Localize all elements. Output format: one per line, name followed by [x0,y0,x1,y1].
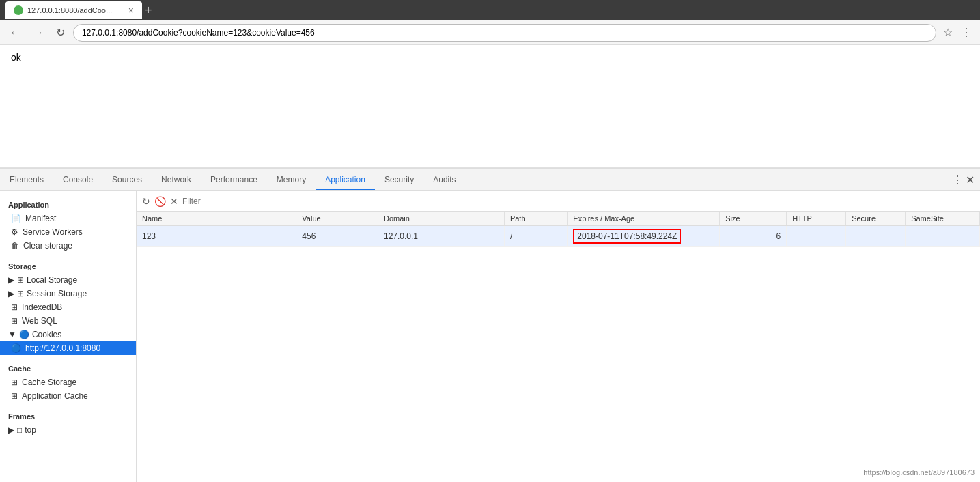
service-workers-icon: ⚙ [11,227,18,237]
sidebar-item-indexed-db[interactable]: ⊞ IndexedDB [0,300,136,314]
col-header-value: Value [296,212,378,226]
expand-icon: ▶ [8,275,14,285]
indexed-db-icon: ⊞ [11,302,18,312]
devtools-tabs: Elements Console Sources Network Perform… [0,169,466,190]
cell-value: 456 [296,226,378,247]
sidebar-item-web-sql[interactable]: ⊞ Web SQL [0,314,136,328]
sidebar: Application 📄 Manifest ⚙ Service Workers… [0,191,137,482]
session-storage-icon: ⊞ [17,289,24,298]
local-storage-icon: ⊞ [17,275,24,285]
cell-secure [846,226,906,247]
cookie-url-icon: 🔵 [11,343,21,353]
cell-name: 123 [137,226,296,247]
refresh-button[interactable]: ↻ [52,23,69,42]
cache-storage-icon: ⊞ [11,378,18,387]
sidebar-item-cache-storage[interactable]: ⊞ Cache Storage [0,375,136,389]
expires-highlight: 2018-07-11T07:58:49.224Z [573,229,681,244]
sidebar-group-frames[interactable]: ▶ □ top [0,423,136,437]
cell-size: 6 [720,226,787,247]
sidebar-group-local-storage[interactable]: ▶ ⊞ Local Storage [0,273,136,287]
col-header-name: Name [137,212,296,226]
filter-input[interactable] [182,197,975,206]
tab-sources[interactable]: Sources [102,169,152,190]
menu-icon[interactable]: ⋮ [958,25,975,40]
sidebar-item-service-workers[interactable]: ⚙ Service Workers [0,225,136,239]
col-header-http: HTTP [787,212,846,226]
devtools-toolbar: Elements Console Sources Network Perform… [0,169,980,191]
tab-security[interactable]: Security [375,169,423,190]
col-header-secure: Secure [846,212,906,226]
col-header-domain: Domain [378,212,504,226]
sidebar-item-application-cache[interactable]: ⊞ Application Cache [0,389,136,403]
watermark: https://blog.csdn.net/a897180673 [863,468,975,477]
forward-button[interactable]: → [29,24,48,42]
col-header-path: Path [504,212,567,226]
sidebar-item-clear-storage[interactable]: 🗑 Clear storage [0,239,136,253]
tab-performance[interactable]: Performance [201,169,267,190]
cell-expires: 2018-07-11T07:58:49.224Z [568,226,720,247]
cell-domain: 127.0.0.1 [378,226,504,247]
tab-memory[interactable]: Memory [267,169,316,190]
nav-icons: ☆ ⋮ [940,25,975,40]
frame-expand-icon: ▶ [8,425,14,435]
back-button[interactable]: ← [5,24,25,42]
cell-http [787,226,846,247]
cell-samesite [906,226,980,247]
page-content: ok [0,45,980,168]
tab-audits[interactable]: Audits [423,169,465,190]
table-row[interactable]: 123 456 127.0.0.1 / 2018-07-11T07:58:49.… [137,226,980,247]
manifest-icon: 📄 [11,214,21,223]
sidebar-section-application: Application [0,197,136,212]
bookmark-icon[interactable]: ☆ [940,25,955,40]
cell-path: / [504,226,567,247]
nav-bar: ← → ↻ ☆ ⋮ [0,20,980,45]
frame-icon: □ [17,425,22,435]
page-text: ok [11,52,21,63]
col-header-expires: Expires / Max-Age [568,212,720,226]
web-sql-icon: ⊞ [11,316,18,326]
block-icon[interactable]: 🚫 [154,196,166,207]
refresh-filter-icon[interactable]: ↻ [142,196,150,207]
tab-title: 127.0.0.1:8080/addCoo... [27,6,112,14]
address-bar[interactable] [73,24,936,42]
devtools-toolbar-icons: ⋮ ✕ [952,173,980,186]
application-cache-icon: ⊞ [11,391,18,401]
sidebar-section-storage: Storage [0,258,136,273]
devtools-body: Application 📄 Manifest ⚙ Service Workers… [0,191,980,482]
sidebar-section-frames: Frames [0,408,136,423]
devtools-close-icon[interactable]: ✕ [966,173,975,186]
sidebar-group-cookies[interactable]: ▼ 🔵 Cookies [0,328,136,341]
sidebar-item-cookies-url[interactable]: 🔵 http://127.0.0.1:8080 [0,341,136,355]
tab-console[interactable]: Console [53,169,102,190]
sidebar-item-manifest[interactable]: 📄 Manifest [0,212,136,225]
expand-icon: ▶ [8,289,14,298]
main-content: ↻ 🚫 ✕ Name Value Domain Path Expires / M… [137,191,980,482]
filter-bar: ↻ 🚫 ✕ [137,191,980,212]
col-header-size: Size [720,212,787,226]
collapse-icon: ▼ [8,330,16,339]
new-tab-button[interactable]: + [145,3,152,18]
tab-application[interactable]: Application [316,169,375,190]
devtools: Elements Console Sources Network Perform… [0,168,980,482]
tab-network[interactable]: Network [152,169,201,190]
cookies-icon: 🔵 [19,330,29,339]
tab-elements[interactable]: Elements [0,169,53,190]
favicon [14,5,23,15]
cookie-table: Name Value Domain Path Expires / Max-Age… [137,212,980,482]
sidebar-section-cache: Cache [0,360,136,375]
tab-close-button[interactable]: × [128,5,134,16]
clear-storage-icon: 🗑 [11,241,19,251]
clear-filter-icon[interactable]: ✕ [170,196,178,207]
browser-tab[interactable]: 127.0.0.1:8080/addCoo... × [5,1,142,19]
browser-chrome: 127.0.0.1:8080/addCoo... × + [0,0,980,20]
col-header-samesite: SameSite [906,212,980,226]
sidebar-group-session-storage[interactable]: ▶ ⊞ Session Storage [0,287,136,300]
devtools-more-icon[interactable]: ⋮ [952,173,963,186]
